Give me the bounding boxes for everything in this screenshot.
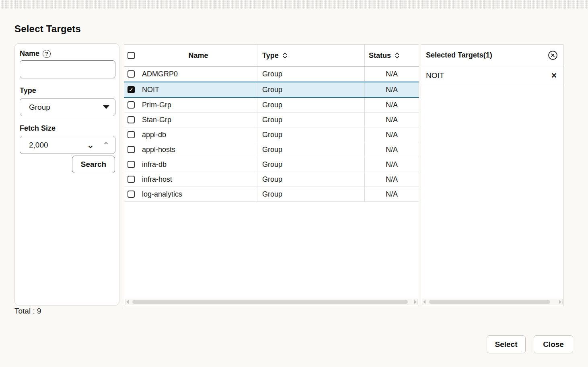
clear-all-icon[interactable] [548, 50, 558, 60]
scroll-left-icon[interactable] [423, 300, 426, 304]
target-name: appl-db [140, 127, 257, 142]
table-row[interactable]: appl-hosts Group N/A [124, 142, 419, 157]
sort-icon[interactable] [395, 51, 400, 59]
horizontal-scrollbar[interactable] [422, 299, 563, 305]
table-row[interactable]: appl-db Group N/A [124, 127, 419, 142]
type-select[interactable]: Group [20, 98, 115, 116]
target-type: Group [257, 113, 364, 127]
row-checkbox[interactable] [127, 191, 135, 198]
name-input[interactable] [20, 60, 115, 78]
target-status: N/A [364, 127, 419, 142]
target-name: log-analytics [140, 187, 257, 201]
row-checkbox[interactable] [127, 131, 135, 138]
page-title: Select Targets [14, 23, 81, 35]
scroll-right-icon[interactable] [559, 300, 561, 304]
targets-table-panel: Name Type Status ADMGRP0 Group N/A ✓ [124, 44, 419, 306]
scroll-left-icon[interactable] [126, 300, 129, 304]
table-header-row: Name Type Status [124, 45, 419, 67]
table-row[interactable]: log-analytics Group N/A [124, 187, 419, 202]
target-status: N/A [364, 98, 419, 112]
column-header-status[interactable]: Status [364, 45, 419, 66]
table-body: ADMGRP0 Group N/A ✓ NOIT Group N/A Prim-… [124, 67, 419, 202]
target-name: ADMGRP0 [140, 67, 257, 81]
type-label: Type [20, 86, 36, 95]
select-all-checkbox[interactable] [127, 52, 135, 59]
fetch-size-value: 2,000 [29, 141, 87, 150]
name-field: Name ? [20, 49, 115, 78]
total-count: Total : 9 [14, 307, 41, 316]
table-row[interactable]: infra-host Group N/A [124, 172, 419, 187]
target-type: Group [257, 142, 364, 157]
search-button[interactable]: Search [72, 156, 115, 173]
row-checkbox[interactable] [127, 146, 135, 153]
target-name: infra-db [140, 157, 257, 172]
target-type: Group [257, 127, 364, 142]
scrollbar-thumb[interactable] [132, 300, 408, 304]
chevron-up-icon[interactable]: ⌃ [103, 141, 109, 149]
table-row[interactable]: Prim-Grp Group N/A [124, 98, 419, 113]
target-name: appl-hosts [140, 142, 257, 157]
selected-targets-title: Selected Targets(1) [426, 51, 492, 59]
column-header-name[interactable]: Name [140, 45, 257, 66]
selected-target-name: NOIT [426, 71, 444, 80]
table-row[interactable]: ADMGRP0 Group N/A [124, 67, 419, 82]
chevron-down-icon[interactable]: ⌄ [87, 141, 94, 149]
row-checkbox[interactable] [127, 176, 135, 183]
row-checkbox[interactable] [127, 161, 135, 168]
scrollbar-track[interactable] [130, 300, 413, 304]
scroll-right-icon[interactable] [414, 300, 417, 304]
window-top-texture [0, 0, 588, 9]
target-type: Group [257, 157, 364, 172]
target-status: N/A [364, 187, 419, 201]
target-name: Stan-Grp [140, 113, 257, 127]
target-type: Group [257, 187, 364, 201]
target-name: Prim-Grp [140, 98, 257, 112]
target-type: Group [257, 67, 364, 81]
table-row[interactable]: infra-db Group N/A [124, 157, 419, 172]
select-button[interactable]: Select [487, 335, 526, 353]
remove-target-icon[interactable]: ✕ [551, 71, 557, 80]
name-label: Name [20, 49, 39, 58]
target-status: N/A [364, 157, 419, 172]
target-status: N/A [364, 142, 419, 157]
selected-targets-panel: Selected Targets(1) NOIT ✕ [421, 44, 564, 306]
caret-down-icon [103, 105, 109, 109]
table-row[interactable]: Stan-Grp Group N/A [124, 113, 419, 127]
row-checkbox[interactable] [127, 101, 135, 109]
row-checkbox[interactable] [127, 70, 135, 78]
close-button[interactable]: Close [534, 335, 573, 353]
table-row[interactable]: ✓ NOIT Group N/A [124, 82, 419, 98]
help-icon[interactable]: ? [43, 50, 51, 58]
filter-panel: Name ? Type Group Fetch Size 2,000 ⌄ ⌃ S… [14, 43, 119, 305]
target-type: Group [257, 172, 364, 187]
target-status: N/A [364, 113, 419, 127]
row-checkbox[interactable]: ✓ [127, 86, 135, 93]
fetch-size-field: Fetch Size 2,000 ⌄ ⌃ [20, 122, 115, 154]
sort-icon[interactable] [282, 51, 288, 59]
scrollbar-track[interactable] [426, 300, 558, 304]
scrollbar-thumb[interactable] [429, 300, 551, 304]
type-select-value: Group [29, 103, 103, 112]
horizontal-scrollbar[interactable] [125, 299, 418, 305]
row-checkbox[interactable] [127, 116, 135, 123]
target-status: N/A [364, 172, 419, 187]
selected-target-item: NOIT ✕ [421, 66, 563, 85]
fetch-size-label: Fetch Size [20, 124, 56, 133]
fetch-size-stepper[interactable]: 2,000 ⌄ ⌃ [20, 136, 115, 154]
target-name: NOIT [140, 82, 257, 97]
target-type: Group [257, 82, 364, 97]
type-field: Type Group [20, 84, 115, 116]
target-status: N/A [364, 67, 419, 81]
target-type: Group [257, 98, 364, 112]
selected-targets-list: NOIT ✕ [421, 66, 563, 85]
target-name: infra-host [140, 172, 257, 187]
column-header-type[interactable]: Type [257, 45, 364, 66]
target-status: N/A [364, 82, 419, 97]
selected-targets-header: Selected Targets(1) [421, 45, 563, 66]
